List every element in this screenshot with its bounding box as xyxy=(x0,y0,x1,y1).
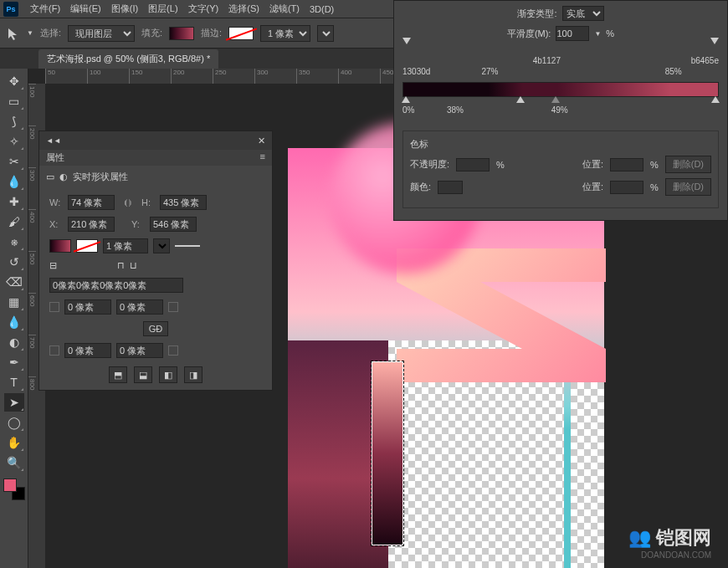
opacity-label: 不透明度: xyxy=(410,158,449,171)
stops-title: 色标 xyxy=(410,138,711,151)
pathop-subtract-icon[interactable]: ⬓ xyxy=(134,366,152,383)
type-tool[interactable]: T xyxy=(4,373,24,391)
selection-rectangle[interactable] xyxy=(372,361,403,545)
hand-tool[interactable]: ✋ xyxy=(4,433,24,452)
stroke-width-unit[interactable] xyxy=(153,238,170,253)
height-input[interactable] xyxy=(160,195,207,210)
stamp-tool[interactable]: ⎈ xyxy=(4,233,24,251)
brush-tool[interactable]: 🖌 xyxy=(4,212,24,231)
magic-wand-tool[interactable]: ✧ xyxy=(4,132,24,151)
menu-layer[interactable]: 图层(L) xyxy=(143,3,182,15)
gradient-type-dropdown[interactable]: 实底 xyxy=(562,6,604,21)
corner-bl-input[interactable] xyxy=(64,343,111,358)
menu-edit[interactable]: 编辑(E) xyxy=(65,3,106,15)
panel-close-icon[interactable]: ✕ xyxy=(258,136,265,146)
fill-mini-swatch[interactable] xyxy=(49,239,71,253)
link-corners-button[interactable]: GĐ xyxy=(143,321,169,336)
mask-icon: ◐ xyxy=(59,171,68,182)
smoothness-unit: % xyxy=(606,28,614,38)
menu-3d[interactable]: 3D(D) xyxy=(305,4,339,14)
smoothness-input[interactable] xyxy=(556,26,589,41)
opacity-stop-right[interactable] xyxy=(710,38,719,44)
eraser-tool[interactable]: ⌫ xyxy=(4,273,24,291)
gradient-bar[interactable] xyxy=(402,82,719,97)
align-icon[interactable]: ⊟ xyxy=(49,260,57,271)
eyedropper-tool[interactable]: 💧 xyxy=(4,172,24,191)
color-delete-button[interactable]: 删除(D) xyxy=(665,178,711,196)
move-tool[interactable]: ✥ xyxy=(4,72,24,90)
pathop-combine-icon[interactable]: ⬒ xyxy=(109,366,127,383)
pct-49: 49% xyxy=(551,105,568,115)
corner-tl-lock[interactable] xyxy=(49,302,59,312)
color-position-input[interactable] xyxy=(610,181,643,194)
x-input[interactable] xyxy=(68,217,115,232)
pct-27: 27% xyxy=(482,67,499,76)
properties-tab[interactable]: 属性 xyxy=(46,152,64,162)
y-input[interactable] xyxy=(150,217,197,232)
corners-combined-input[interactable] xyxy=(49,278,183,293)
select-dropdown[interactable]: 现用图层 xyxy=(68,25,135,42)
stroke-width-input[interactable] xyxy=(103,238,148,253)
stroke-width-dropdown[interactable]: 1 像素 xyxy=(260,25,310,42)
marquee-tool[interactable]: ▭ xyxy=(4,92,24,110)
color-stop-38[interactable] xyxy=(516,96,525,103)
corners-icon[interactable]: ⊔ xyxy=(130,260,137,271)
pct-0: 0% xyxy=(402,105,414,115)
corner-bl-lock[interactable] xyxy=(49,345,59,356)
pathop-intersect-icon[interactable]: ◧ xyxy=(159,366,177,383)
lasso-tool[interactable]: ⟆ xyxy=(4,112,24,130)
width-label: W: xyxy=(49,197,63,207)
fill-swatch[interactable] xyxy=(169,27,194,40)
opacity-input[interactable] xyxy=(456,158,490,171)
healing-tool[interactable]: ✚ xyxy=(4,192,24,211)
select-label: 选择: xyxy=(40,27,61,39)
panel-menu-icon[interactable]: ≡ xyxy=(260,151,265,161)
hex-mid: 4b1127 xyxy=(533,56,561,65)
properties-panel: ◄◄ ✕ 属性 ≡ ▭ ◐ 实时形状属性 W: ⟬⟭ H: X: Y: xyxy=(38,130,273,391)
color-stop-100[interactable] xyxy=(711,96,720,103)
corner-tr-input[interactable] xyxy=(116,299,163,315)
document-tab[interactable]: 艺术海报.psd @ 50% (侧面3, RGB/8#) * xyxy=(38,49,218,69)
width-input[interactable] xyxy=(68,195,115,210)
stroke-swatch[interactable] xyxy=(228,27,254,40)
color-stop-0[interactable] xyxy=(402,96,410,103)
color-stop-49[interactable] xyxy=(551,96,560,103)
stroke-mini-swatch[interactable] xyxy=(76,239,98,253)
pct-38: 38% xyxy=(447,105,464,115)
gradient-tool[interactable]: ▦ xyxy=(4,293,24,311)
zoom-tool[interactable]: 🔍 xyxy=(4,453,24,472)
x-label: X: xyxy=(49,219,63,229)
opacity-stop-left[interactable] xyxy=(402,38,411,44)
caps-icon[interactable]: ⊓ xyxy=(117,260,125,271)
pen-tool[interactable]: ✒ xyxy=(4,353,24,371)
stroke-style-swatch[interactable] xyxy=(175,245,200,247)
opacity-delete-button[interactable]: 删除(D) xyxy=(665,156,711,173)
pathop-exclude-icon[interactable]: ◨ xyxy=(184,366,203,383)
color-position-label: 位置: xyxy=(582,181,603,193)
crop-tool[interactable]: ✂ xyxy=(4,152,24,171)
dodge-tool[interactable]: ◐ xyxy=(4,333,24,351)
opacity-position-input[interactable] xyxy=(610,158,643,171)
y-label: Y: xyxy=(131,219,145,229)
link-wh-icon[interactable]: ⟬⟭ xyxy=(120,197,136,207)
corner-br-lock[interactable] xyxy=(168,345,178,356)
stroke-style-dropdown[interactable]: — xyxy=(317,25,334,42)
chevron-down-icon[interactable]: ▼ xyxy=(27,29,33,37)
menu-image[interactable]: 图像(I) xyxy=(106,3,143,15)
corner-tl-input[interactable] xyxy=(64,299,111,315)
shape-tool[interactable]: ◯ xyxy=(4,413,24,432)
menu-filter[interactable]: 滤镜(T) xyxy=(264,3,305,15)
color-swatch[interactable] xyxy=(438,181,463,194)
path-selection-tool[interactable]: ➤ xyxy=(4,393,24,412)
menu-file[interactable]: 文件(F) xyxy=(25,3,65,15)
corner-br-input[interactable] xyxy=(116,343,163,358)
height-label: H: xyxy=(141,197,155,207)
corner-tr-lock[interactable] xyxy=(168,302,178,312)
smoothness-label: 平滑度(M): xyxy=(507,28,551,40)
history-brush-tool[interactable]: ↺ xyxy=(4,253,24,271)
smoothness-dropdown-icon[interactable]: ▼ xyxy=(594,30,601,38)
color-swatches[interactable] xyxy=(3,478,25,500)
menu-select[interactable]: 选择(S) xyxy=(223,3,264,15)
blur-tool[interactable]: 💧 xyxy=(4,313,24,331)
menu-type[interactable]: 文字(Y) xyxy=(183,3,224,15)
